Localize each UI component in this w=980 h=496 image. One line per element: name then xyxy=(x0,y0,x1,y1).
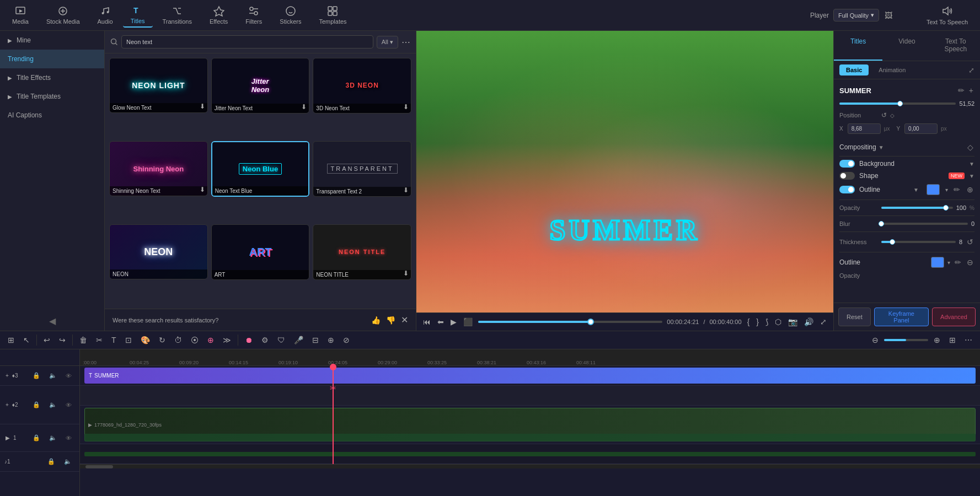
quality-selector[interactable]: Full Quality ▾ xyxy=(833,9,879,21)
color-btn[interactable]: 🎨 xyxy=(137,333,153,347)
sidebar-item-trending[interactable]: Trending xyxy=(0,50,104,68)
prev-frame-btn[interactable]: ⬅ xyxy=(436,316,445,327)
sidebar-item-ai-captions[interactable]: AI Captions xyxy=(0,106,104,125)
nav-effects[interactable]: Effects xyxy=(202,3,235,27)
more-tools-btn[interactable]: ≫ xyxy=(219,333,234,347)
edit-title-btn[interactable]: ✏ xyxy=(957,85,966,96)
add-track-btn[interactable]: + xyxy=(4,371,10,380)
scene-btn[interactable]: ⊟ xyxy=(309,333,322,347)
grid-item-neon-art[interactable]: NEON NEON xyxy=(109,224,208,279)
expand-panel-btn[interactable]: ⤢ xyxy=(968,66,974,74)
shape-toggle[interactable] xyxy=(839,172,855,180)
add-track-btn-2[interactable]: + xyxy=(4,401,10,409)
grid-item-shinning[interactable]: Shinning Neon Shinning Neon Text ⬇ xyxy=(109,141,208,196)
snapshot-btn[interactable]: 📷 xyxy=(787,316,799,327)
mute-v2-btn[interactable]: 🔈 xyxy=(46,399,60,411)
fullscreen-btn[interactable]: ⤢ xyxy=(819,316,828,327)
mic-btn[interactable]: 🎤 xyxy=(291,333,307,347)
position-x[interactable] xyxy=(848,123,881,134)
visibility-v2-btn[interactable]: 👁 xyxy=(62,399,75,411)
outline2-color[interactable] xyxy=(931,257,944,268)
position-keyframe[interactable]: ◇ xyxy=(890,112,895,118)
split-scene-btn[interactable]: ⊕ xyxy=(324,333,338,347)
clip-summer[interactable]: T SUMMER xyxy=(84,368,976,384)
nav-templates[interactable]: Templates xyxy=(311,3,354,27)
cut-btn[interactable]: ✂ xyxy=(93,333,106,347)
shield-btn[interactable]: 🛡 xyxy=(274,333,288,347)
filter-dropdown[interactable]: All ▾ xyxy=(377,36,398,48)
ai-btn[interactable]: ⊕ xyxy=(204,333,217,347)
tab-text-to-speech[interactable]: Text To Speech xyxy=(931,31,980,61)
crop-btn[interactable]: ⊡ xyxy=(122,333,135,347)
nav-titles[interactable]: T Titles xyxy=(123,3,153,28)
lock-a-btn[interactable]: 🔒 xyxy=(44,456,58,467)
play-btn[interactable]: ▶ xyxy=(449,316,458,327)
opacity-slider[interactable] xyxy=(881,207,953,209)
outline-toggle[interactable] xyxy=(839,186,855,193)
grid-item-glow[interactable]: NEON LIGHT Glow Neon Text ⬇ xyxy=(109,58,208,113)
nav-audio[interactable]: Audio xyxy=(90,3,121,27)
grid-layout-btn[interactable]: ⊞ xyxy=(946,333,959,347)
volume-btn[interactable]: 🔊 xyxy=(803,316,815,327)
position-reset[interactable]: ↺ xyxy=(881,111,887,119)
player-progress[interactable] xyxy=(478,321,662,323)
mute-v1-btn[interactable]: 🔈 xyxy=(46,432,60,444)
mute-a-btn[interactable]: 🔈 xyxy=(61,456,75,467)
keyframe-panel-btn[interactable]: Keyframe Panel xyxy=(874,308,929,326)
text-to-speech-btn[interactable]: Text To Speech xyxy=(919,3,976,28)
mark-in-btn[interactable]: { xyxy=(746,316,751,327)
next-frame-btn[interactable]: ⬛ xyxy=(462,316,474,327)
feedback-dislike-btn[interactable]: 👎 xyxy=(386,316,395,325)
visibility-v1-btn[interactable]: 👁 xyxy=(62,432,75,444)
nav-stock[interactable]: Stock Media xyxy=(39,3,88,27)
timeline-scroll[interactable]: :00:00 00:04:25 00:09:20 00:14:15 00:19:… xyxy=(80,349,980,496)
undo-btn[interactable]: ↩ xyxy=(40,333,53,347)
position-y[interactable] xyxy=(904,123,938,134)
outline2-edit[interactable]: ✏ xyxy=(954,257,962,268)
zoom-in-btn[interactable]: ⊕ xyxy=(930,333,944,347)
delete-btn[interactable]: 🗑 xyxy=(76,333,90,347)
title-slider[interactable] xyxy=(839,103,956,105)
nav-transitions[interactable]: Transitions xyxy=(155,3,200,27)
thickness-slider[interactable] xyxy=(881,241,956,243)
settings-btn[interactable]: ⚙ xyxy=(258,333,272,347)
outline2-remove[interactable]: ⊖ xyxy=(966,257,974,268)
rotate-btn[interactable]: ↻ xyxy=(156,333,169,347)
timeline-scrollbar[interactable] xyxy=(80,464,980,468)
grid-item-neon-blue[interactable]: Neon Blue Neon Text Blue xyxy=(211,141,310,197)
record-btn[interactable]: ⏺ xyxy=(242,333,256,347)
lock-track-btn[interactable]: 🔒 xyxy=(29,370,44,381)
outline-add[interactable]: ⊕ xyxy=(966,184,974,195)
thickness-reset[interactable]: ↺ xyxy=(966,236,974,247)
outline-color-swatch[interactable] xyxy=(927,184,940,195)
screenshot-btn[interactable]: 🖼 xyxy=(883,10,893,21)
outline-pick-color[interactable]: ✏ xyxy=(952,184,961,195)
sidebar-item-mine[interactable]: ▶ Mine xyxy=(0,31,104,50)
zoom-slider[interactable] xyxy=(884,339,928,341)
blur-slider[interactable] xyxy=(881,223,968,225)
grid-item-transparent[interactable]: TRANSPARENT Transparent Text 2 ⬇ xyxy=(313,141,411,197)
scene-detect-btn[interactable]: ⬡ xyxy=(774,316,783,327)
advanced-btn[interactable]: Advanced xyxy=(932,308,976,326)
background-toggle[interactable] xyxy=(839,160,855,168)
nav-media[interactable]: Media xyxy=(4,3,36,27)
tab-titles[interactable]: Titles xyxy=(834,31,882,61)
reset-btn[interactable]: Reset xyxy=(838,308,871,326)
grid-item-neon-title[interactable]: NEON TITLE NEON TITLE ⬇ xyxy=(313,224,411,280)
feedback-like-btn[interactable]: 👍 xyxy=(371,316,381,325)
nav-stickers[interactable]: Stickers xyxy=(272,3,309,27)
mark-out-btn[interactable]: } xyxy=(755,316,760,327)
sidebar-collapse-btn[interactable]: ◀ xyxy=(49,316,56,326)
add-title-btn[interactable]: + xyxy=(968,85,974,96)
visibility-btn[interactable]: 👁 xyxy=(62,370,75,381)
grid-item-3d[interactable]: 3D NEON 3D Neon Text ⬇ xyxy=(313,58,411,114)
subtab-animation[interactable]: Animation xyxy=(872,64,912,76)
mute-track-btn[interactable]: 🔈 xyxy=(46,370,60,381)
lock-v2-btn[interactable]: 🔒 xyxy=(29,399,44,411)
split-btn[interactable]: ⟆ xyxy=(764,316,769,327)
select-tool-btn[interactable]: ↖ xyxy=(20,333,33,347)
sidebar-item-title-effects[interactable]: ▶ Title Effects xyxy=(0,68,104,87)
clip-btn[interactable]: ⦿ xyxy=(188,333,202,347)
add-track-btn-1[interactable]: ▶ xyxy=(4,434,11,442)
search-input[interactable] xyxy=(121,35,373,48)
